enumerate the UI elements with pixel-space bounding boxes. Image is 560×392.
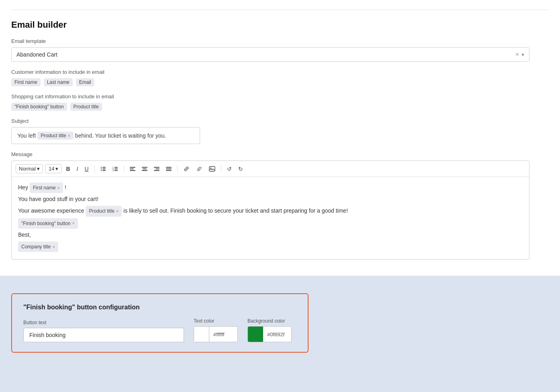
svg-point-2 (100, 168, 101, 169)
subject-section: Subject You left Product title × behind.… (11, 118, 549, 144)
editor-line-2: You have good stuff in your cart! (18, 195, 523, 204)
line1-exclaim: ! (65, 183, 66, 193)
tag-first-name[interactable]: First name (11, 78, 41, 86)
numbered-list-button[interactable]: 1.2.3. (110, 165, 120, 173)
svg-rect-17 (142, 170, 147, 171)
unlink-button[interactable] (194, 165, 204, 173)
svg-text:3.: 3. (112, 169, 114, 172)
font-size-dropdown[interactable]: 14 ▾ (45, 164, 61, 173)
background-color-field: Background color #0f892f (247, 318, 292, 342)
italic-button[interactable]: I (75, 165, 80, 173)
align-right-button[interactable] (152, 165, 161, 173)
text-color-input[interactable]: #ffffff (194, 326, 238, 342)
tag-last-name[interactable]: Last name (44, 78, 73, 86)
panel-title: "Finish booking" button configuration (23, 304, 296, 311)
config-row: Button text Text color #ffffff Backgroun… (23, 318, 296, 342)
editor-toolbar: Normal ▾ 14 ▾ B I U 1.2.3. (12, 161, 529, 177)
svg-rect-23 (166, 170, 172, 171)
style-dropdown[interactable]: Normal ▾ (16, 164, 43, 173)
dropdown-icon[interactable]: ▾ (521, 51, 524, 58)
email-template-label: Email template (11, 38, 549, 44)
tag-company-title-msg[interactable]: Company title × (18, 242, 58, 252)
svg-rect-5 (102, 170, 106, 171)
finish-booking-msg-close[interactable]: × (72, 219, 75, 227)
svg-rect-24 (209, 167, 215, 171)
svg-rect-15 (142, 167, 147, 168)
bullet-list-button[interactable] (98, 165, 108, 173)
tag-finish-booking-msg-label: "Finish booking" button (21, 219, 71, 227)
background-color-hex: #0f892f (263, 331, 291, 337)
svg-rect-11 (114, 170, 118, 171)
tag-first-name-label: First name (14, 79, 37, 85)
tag-product-title-msg[interactable]: Product title × (86, 206, 122, 216)
text-color-field: Text color #ffffff (194, 318, 238, 342)
line3-prefix: Your awesome experience (18, 206, 84, 216)
toolbar-sep-4 (221, 165, 221, 173)
svg-rect-22 (166, 169, 172, 169)
tag-first-name-msg-label: First name (33, 184, 56, 192)
template-select-actions[interactable]: × ▾ (515, 51, 524, 58)
background-color-swatch[interactable] (248, 327, 263, 342)
company-title-msg-close[interactable]: × (52, 243, 55, 251)
svg-rect-21 (166, 167, 172, 168)
message-section: Message Normal ▾ 14 ▾ B I U (11, 151, 549, 260)
button-text-field: Button text (23, 320, 184, 342)
tag-finish-booking-label: "Finish booking" button (14, 104, 64, 110)
bottom-area: "Finish booking" button configuration Bu… (0, 276, 560, 392)
message-editor[interactable]: Normal ▾ 14 ▾ B I U 1.2.3. (11, 160, 529, 260)
line5-text: Best, (18, 230, 31, 240)
finish-booking-panel: "Finish booking" button configuration Bu… (11, 293, 309, 353)
redo-button[interactable]: ↻ (236, 165, 245, 173)
shopping-cart-tags: "Finish booking" button Product title (11, 103, 549, 111)
clear-icon[interactable]: × (515, 51, 519, 58)
subject-suffix: behind. Your ticket is waiting for you. (75, 132, 166, 139)
svg-point-0 (100, 167, 101, 167)
editor-body[interactable]: Hey First name × ! You have good stuff i… (12, 177, 529, 259)
svg-rect-19 (155, 169, 159, 169)
tag-product-title-msg-label: Product title (89, 207, 114, 215)
subject-tag-close-icon[interactable]: × (68, 133, 70, 138)
font-size-dropdown-arrow: ▾ (55, 166, 58, 172)
editor-line-3: Your awesome experience Product title × … (18, 206, 523, 216)
style-label: Normal (19, 166, 36, 172)
tag-first-name-msg[interactable]: First name × (30, 183, 63, 193)
svg-rect-7 (114, 167, 118, 168)
underline-button[interactable]: U (82, 165, 90, 173)
text-color-swatch[interactable] (194, 327, 209, 342)
text-color-hex: #ffffff (209, 331, 237, 337)
first-name-msg-close[interactable]: × (57, 184, 60, 192)
customer-info-tags: First name Last name Email (11, 78, 549, 86)
tag-finish-booking-button[interactable]: "Finish booking" button (11, 103, 67, 111)
image-button[interactable] (207, 165, 217, 173)
undo-button[interactable]: ↺ (225, 165, 234, 173)
tag-email[interactable]: Email (76, 78, 94, 86)
tag-last-name-label: Last name (47, 79, 69, 85)
subject-product-title-tag[interactable]: Product title × (37, 132, 74, 140)
justify-button[interactable] (164, 165, 174, 173)
customer-info-label: Customer information to include in email (11, 69, 549, 75)
editor-line-5: Best, (18, 230, 523, 240)
svg-rect-14 (130, 170, 135, 171)
link-button[interactable] (181, 165, 192, 173)
svg-rect-9 (114, 169, 118, 169)
svg-rect-13 (130, 169, 134, 169)
page-title: Email builder (11, 20, 549, 30)
email-template-section: Email template Abandoned Cart × ▾ (11, 38, 549, 62)
line2-text: You have good stuff in your cart! (18, 195, 98, 204)
align-left-button[interactable] (128, 165, 137, 173)
tag-product-title[interactable]: Product title (70, 103, 102, 111)
bold-button[interactable]: B (64, 165, 72, 173)
background-color-input[interactable]: #0f892f (247, 326, 292, 342)
subject-prefix: You left (17, 132, 36, 139)
button-text-input[interactable] (23, 328, 184, 342)
editor-line-4: "Finish booking" button × (18, 218, 523, 229)
product-title-msg-close[interactable]: × (116, 207, 119, 215)
subject-input[interactable]: You left Product title × behind. Your ti… (11, 127, 200, 144)
tag-email-label: Email (79, 79, 91, 85)
svg-rect-16 (143, 169, 147, 169)
align-center-button[interactable] (140, 165, 149, 173)
tag-product-title-label: Product title (74, 104, 99, 110)
editor-line-6: Company title × (18, 242, 523, 252)
email-template-select[interactable]: Abandoned Cart × ▾ (11, 47, 529, 62)
tag-finish-booking-msg[interactable]: "Finish booking" button × (18, 218, 78, 229)
